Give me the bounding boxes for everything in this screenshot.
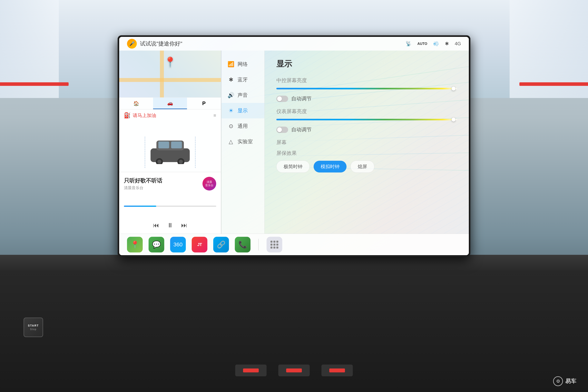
grid-dots bbox=[270, 241, 278, 248]
app-maps[interactable]: 📍 bbox=[127, 237, 143, 252]
instrument-brightness-slider[interactable] bbox=[276, 119, 457, 120]
slider-track-instrument bbox=[276, 119, 457, 120]
grid-dot-8 bbox=[274, 246, 276, 248]
parking-lines bbox=[145, 136, 196, 168]
display-label: 显示 bbox=[238, 107, 248, 114]
slider-track-center bbox=[276, 88, 457, 90]
bluetooth-label: 蓝牙 bbox=[238, 76, 248, 83]
settings-menu-item-bluetooth[interactable]: ✱ 蓝牙 bbox=[222, 72, 264, 88]
wifi-menu-icon: 📶 bbox=[227, 61, 234, 68]
map-tab-parking[interactable]: P bbox=[187, 98, 221, 109]
song-title: 只听好歌不听话 bbox=[124, 177, 162, 184]
slider-thumb-center bbox=[452, 87, 456, 90]
sound-label: 声音 bbox=[238, 92, 248, 98]
dashboard-top bbox=[0, 255, 588, 270]
watermark: ⊙ 易车 bbox=[553, 376, 576, 386]
car-3d-view bbox=[145, 133, 196, 168]
app-grid-button[interactable] bbox=[266, 237, 282, 252]
app-jetour[interactable]: JT bbox=[192, 237, 207, 252]
left-panel: 📍 🏠 🚗 P ⛽ 请马上加油 ≡ bbox=[119, 50, 221, 234]
fuel-icon: ⛽ bbox=[124, 112, 131, 118]
watermark-logo: ⊙ bbox=[553, 376, 563, 386]
auto-icon: AUTO bbox=[417, 42, 427, 46]
app-phone[interactable]: 📞 bbox=[235, 237, 250, 252]
center-toggle-thumb bbox=[277, 96, 282, 101]
map-tab-car[interactable]: 🚗 bbox=[153, 98, 187, 109]
instrument-auto-toggle[interactable] bbox=[276, 126, 288, 133]
infotainment-screen: 🎤 试试说"捷途你好" 📡 AUTO 💨 ✱ 4G bbox=[119, 37, 469, 255]
bluetooth-status: ✱ bbox=[445, 41, 449, 46]
app-bar-divider bbox=[258, 239, 259, 250]
map-tab-home[interactable]: 🏠 bbox=[119, 98, 153, 109]
start-label: START bbox=[28, 324, 39, 327]
status-bar: 🎤 试试说"捷途你好" 📡 AUTO 💨 ✱ 4G bbox=[119, 37, 469, 50]
watermark-text: 易车 bbox=[565, 378, 576, 385]
app-link[interactable]: 🔗 bbox=[213, 237, 229, 252]
voice-prompt-area[interactable]: 🎤 试试说"捷途你好" bbox=[127, 39, 182, 48]
menu-icon: ≡ bbox=[214, 113, 216, 118]
wifi-status: 📡 bbox=[406, 41, 412, 46]
wifi-icon: 📡 bbox=[406, 41, 412, 46]
grid-dot-6 bbox=[276, 244, 278, 246]
app-wechat[interactable]: 💬 bbox=[148, 237, 164, 252]
bluetooth-menu-icon: ✱ bbox=[227, 76, 234, 83]
general-menu-icon: ⊙ bbox=[227, 123, 234, 129]
settings-menu-item-general[interactable]: ⊙ 通用 bbox=[222, 118, 264, 134]
center-brightness-label: 中控屏幕亮度 bbox=[276, 77, 457, 84]
grid-dot-9 bbox=[276, 246, 278, 248]
analog-clock-btn[interactable]: 模拟时钟 bbox=[314, 161, 346, 172]
next-button[interactable]: ⏭ bbox=[181, 222, 188, 229]
simple-clock-btn[interactable]: 极简时钟 bbox=[276, 160, 310, 173]
music-controls: ⏮ ⏸ ⏭ bbox=[124, 222, 216, 229]
instrument-brightness-label: 仪表屏幕亮度 bbox=[276, 108, 457, 115]
vent-center bbox=[278, 364, 310, 376]
vent-left bbox=[235, 364, 266, 376]
map-road-horizontal bbox=[119, 78, 221, 82]
center-auto-toggle[interactable] bbox=[276, 96, 288, 102]
map-nav-tabs: 🏠 🚗 P bbox=[119, 98, 221, 109]
instrument-auto-label: 自动调节 bbox=[291, 126, 312, 133]
settings-menu-item-sound[interactable]: 🔊 声音 bbox=[222, 88, 264, 103]
fuel-warning-text: 请马上加油 bbox=[133, 112, 156, 118]
screen-effect-buttons: 极简时钟 模拟时钟 熄屏 bbox=[276, 160, 457, 173]
play-pause-button[interactable]: ⏸ bbox=[167, 222, 173, 229]
status-icons: 📡 AUTO 💨 ✱ 4G bbox=[406, 41, 461, 46]
center-auto-adjust-row: 自动调节 bbox=[276, 95, 457, 102]
settings-panel: 📶 网络 ✱ 蓝牙 🔊 声音 ☀ 显示 bbox=[222, 50, 469, 234]
main-content: 📍 🏠 🚗 P ⛽ 请马上加油 ≡ bbox=[119, 50, 469, 234]
start-stop-button[interactable]: START Stop bbox=[24, 318, 43, 337]
settings-menu-item-network[interactable]: 📶 网络 bbox=[222, 56, 264, 72]
display-menu-icon: ☀ bbox=[227, 108, 234, 114]
instrument-toggle-thumb bbox=[277, 128, 282, 132]
bottom-app-bar: 📍 💬 360 JT 🔗 📞 bbox=[119, 234, 469, 255]
settings-menu-item-lab[interactable]: △ 实验室 bbox=[222, 134, 264, 149]
grid-dot-2 bbox=[274, 241, 276, 243]
vents-area bbox=[235, 364, 353, 376]
screen-effect-label: 屏保效果 bbox=[276, 150, 457, 156]
lab-menu-icon: △ bbox=[227, 138, 234, 145]
music-progress-fill bbox=[124, 206, 156, 207]
music-logo: 清晨音乐台 bbox=[202, 177, 216, 190]
network-label: 网络 bbox=[238, 61, 248, 68]
fan-status: 💨 bbox=[433, 41, 439, 46]
settings-content: 显示 中控屏幕亮度 自动调节 仪表屏 bbox=[264, 50, 469, 234]
grid-dot-4 bbox=[270, 244, 272, 246]
screen-off-btn[interactable]: 熄屏 bbox=[350, 160, 374, 173]
auto-status: AUTO bbox=[417, 42, 427, 46]
music-info: 只听好歌不听话 清晨音乐台 清晨音乐台 bbox=[124, 177, 216, 190]
grid-dot-5 bbox=[274, 244, 276, 246]
center-brightness-slider[interactable] bbox=[276, 88, 457, 90]
map-pin: 📍 bbox=[164, 56, 176, 68]
settings-menu-item-display[interactable]: ☀ 显示 bbox=[222, 103, 264, 118]
grid-dot-1 bbox=[270, 241, 272, 243]
signal-icon: 4G bbox=[455, 41, 461, 46]
lab-label: 实验室 bbox=[238, 138, 253, 145]
map-widget[interactable]: 📍 🏠 🚗 P bbox=[119, 50, 221, 109]
stop-label: Stop bbox=[30, 328, 37, 331]
music-progress-bar[interactable] bbox=[124, 206, 216, 207]
prev-button[interactable]: ⏮ bbox=[153, 222, 159, 229]
center-auto-label: 自动调节 bbox=[291, 95, 312, 102]
voice-prompt-text: 试试说"捷途你好" bbox=[140, 40, 182, 48]
vent-right bbox=[322, 364, 353, 376]
app-camera360[interactable]: 360 bbox=[170, 237, 186, 252]
